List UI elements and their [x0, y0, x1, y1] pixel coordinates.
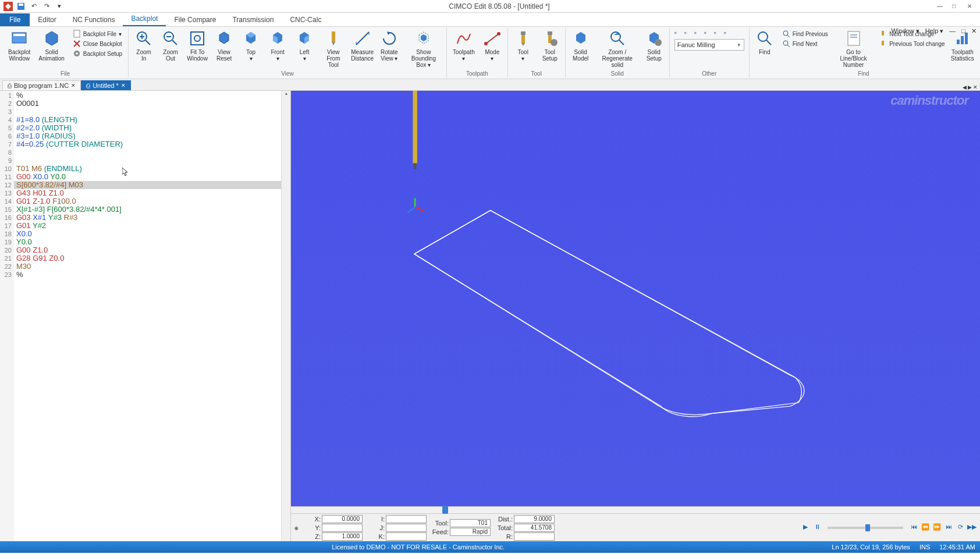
status-position: Ln 12/23, Col 19, 256 bytes: [832, 544, 910, 551]
zoom-in-button[interactable]: Zoom In: [131, 28, 157, 63]
ribbon-group-other: ▫ ▫ ▫ ▫ ▫ ▫ Fanuc Milling ▼ Other: [670, 28, 750, 77]
qat-dropdown-icon[interactable]: ▾: [55, 2, 64, 11]
tab-editor[interactable]: Editor: [30, 13, 64, 26]
svg-rect-25: [548, 31, 552, 35]
mdi-maximize-button[interactable]: □: [961, 27, 965, 35]
other-icon-5[interactable]: ▫: [714, 29, 722, 37]
close-button[interactable]: ✕: [967, 3, 974, 10]
speed-handle[interactable]: [865, 524, 870, 531]
redo-icon[interactable]: ↷: [42, 2, 51, 11]
svg-rect-4: [13, 34, 25, 36]
machine-dropdown[interactable]: Fanuc Milling ▼: [674, 39, 744, 51]
other-icon-2[interactable]: ▫: [684, 29, 693, 37]
svg-line-44: [408, 207, 415, 212]
tab-close-icon[interactable]: ✕: [121, 83, 126, 88]
tab-file-compare[interactable]: File Compare: [166, 13, 224, 26]
svg-rect-41: [414, 164, 417, 169]
backplot-window-button[interactable]: Backplot Window: [5, 28, 34, 63]
tab-nav-left[interactable]: ◀: [963, 84, 967, 90]
previous-tool-change-button[interactable]: Previous Tool change: [878, 39, 946, 48]
svg-rect-17: [332, 31, 335, 42]
tab-close-all[interactable]: ✕: [973, 84, 978, 90]
solid-setup-button[interactable]: Solid Setup: [641, 28, 667, 63]
view-front-button[interactable]: Front▾: [265, 28, 290, 63]
other-icon-6[interactable]: ▫: [724, 29, 732, 37]
timeline-slider[interactable]: [291, 506, 980, 513]
mdi-minimize-button[interactable]: —: [949, 27, 956, 35]
view-from-tool-button[interactable]: View From Tool: [318, 28, 348, 69]
coord-r: [514, 532, 555, 541]
other-icon-4[interactable]: ▫: [704, 29, 712, 37]
help-menu[interactable]: Help ▾: [925, 27, 944, 35]
backplot-setup-button[interactable]: Backplot Setup: [72, 49, 123, 58]
coord-feed: Rapid: [450, 528, 491, 536]
editor-scrollbar[interactable]: ▴: [281, 91, 290, 541]
tab-transmission[interactable]: Transmission: [224, 13, 282, 26]
show-bounding-box-button[interactable]: Show Bounding Box ▾: [403, 28, 444, 69]
zoom-regenerate-solid-button[interactable]: Zoom / Regenerate solid: [595, 28, 640, 69]
close-backplot-button[interactable]: Close Backplot: [72, 39, 123, 48]
view-top-button[interactable]: Top▾: [238, 28, 264, 63]
file-tab[interactable]: File: [0, 13, 30, 26]
svg-rect-38: [961, 36, 964, 44]
svg-point-22: [497, 32, 500, 35]
ribbon-group-solid: Solid Model Zoom / Regenerate solid Soli…: [566, 28, 670, 77]
svg-rect-36: [882, 41, 884, 45]
chevron-down-icon: ▼: [737, 42, 741, 48]
tab-cnc-calc[interactable]: CNC-Calc: [282, 13, 329, 26]
minimize-button[interactable]: —: [937, 3, 944, 10]
line-gutter: 1234567891011121314151617181920212223: [0, 91, 14, 541]
doc-tab-blog-program[interactable]: ⎙ Blog program 1.NC ✕: [2, 80, 81, 90]
statusbar: Licensed to DEMO - NOT FOR RESALE - Cami…: [0, 541, 980, 553]
titlebar: ↶ ↷ ▾ CIMCO Edit 8.05.08 - [Untitled *] …: [0, 0, 980, 13]
find-button[interactable]: Find: [752, 28, 777, 56]
measure-distance-button[interactable]: Measure Distance: [350, 28, 375, 63]
rotate-view-button[interactable]: Rotate View ▾: [377, 28, 402, 63]
app-icon[interactable]: [3, 2, 13, 11]
backplot-viewport[interactable]: caminstructor: [291, 91, 980, 506]
tab-close-icon[interactable]: ✕: [71, 83, 76, 88]
ribbon-group-find: Find Find Previous Find Next Go to Line/…: [750, 28, 978, 77]
find-next-button[interactable]: Find Next: [781, 39, 829, 48]
timeline-handle[interactable]: [442, 506, 448, 514]
svg-point-33: [783, 41, 788, 45]
window-menu[interactable]: Window ▾: [891, 27, 919, 35]
fit-to-window-button[interactable]: Fit To Window: [184, 28, 210, 63]
other-icon-1[interactable]: ▫: [674, 29, 683, 37]
coord-z: 1.0000: [322, 532, 363, 541]
code-editor[interactable]: 1234567891011121314151617181920212223 %O…: [0, 91, 291, 541]
maximize-button[interactable]: □: [952, 3, 959, 10]
svg-point-21: [484, 42, 488, 45]
toolpath-button[interactable]: Toolpath▾: [449, 28, 478, 63]
speed-slider[interactable]: [828, 527, 903, 529]
view-reset-button[interactable]: View Reset: [211, 28, 237, 63]
tab-icon: ⎙: [8, 82, 12, 89]
find-previous-button[interactable]: Find Previous: [781, 29, 829, 38]
status-time: 12:45:31 AM: [939, 544, 975, 551]
tool-setup-button[interactable]: Tool Setup: [537, 28, 563, 63]
backplot-file-button[interactable]: Backplot File ▾: [72, 29, 123, 38]
tool-button[interactable]: Tool▾: [510, 28, 536, 63]
solid-model-button[interactable]: Solid Model: [568, 28, 594, 63]
tab-nav-right[interactable]: ▶: [968, 84, 972, 90]
zoom-out-button[interactable]: Zoom Out: [158, 28, 183, 63]
ribbon-group-file: Backplot Window Solid Animation Backplot…: [2, 28, 129, 77]
mdi-close-button[interactable]: ✕: [971, 27, 977, 35]
view-left-button[interactable]: Left▾: [292, 28, 317, 63]
scroll-up-icon[interactable]: ▴: [282, 91, 290, 99]
svg-rect-40: [413, 91, 417, 164]
status-insert-mode: INS: [919, 544, 930, 551]
svg-line-31: [766, 40, 771, 45]
save-icon[interactable]: [16, 2, 26, 11]
tab-nc-functions[interactable]: NC Functions: [65, 13, 123, 26]
undo-icon[interactable]: ↶: [29, 2, 38, 11]
tab-backplot[interactable]: Backplot: [123, 12, 166, 26]
mode-button[interactable]: Mode▾: [480, 28, 505, 63]
goto-line-button[interactable]: Go to Line/Block Number: [833, 28, 874, 69]
doc-tab-untitled[interactable]: ⎙ Untitled * ✕: [81, 80, 131, 90]
code-area[interactable]: %O0001 #1=8.0 (LENGTH)#2=2.0 (WIDTH)#3=1…: [14, 91, 290, 541]
svg-rect-24: [521, 35, 525, 43]
solid-animation-button[interactable]: Solid Animation: [35, 28, 68, 63]
other-icon-3[interactable]: ▫: [694, 29, 702, 37]
svg-point-7: [76, 52, 78, 55]
